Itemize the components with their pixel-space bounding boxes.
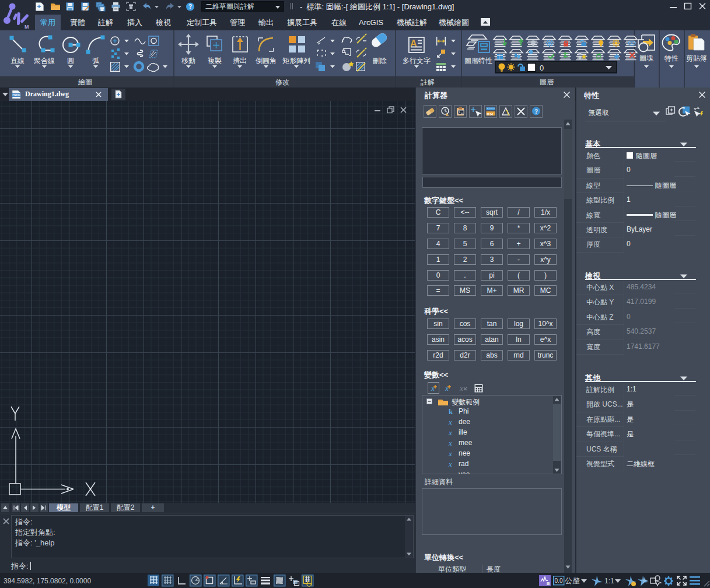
svg-text:1:1: 1:1 [604, 577, 614, 585]
svg-text:M: M [25, 24, 29, 30]
svg-text:圖塊: 圖塊 [639, 54, 653, 62]
svg-text:x: x [445, 384, 449, 393]
svg-text:公釐: 公釐 [565, 576, 580, 585]
svg-text:0.0: 0.0 [555, 578, 563, 584]
svg-text:0: 0 [540, 64, 544, 72]
svg-text:?: ? [188, 4, 192, 10]
svg-text:x: x [431, 384, 435, 393]
svg-text:特性: 特性 [664, 54, 678, 62]
svg-text:剪貼簿: 剪貼簿 [686, 54, 707, 62]
svg-text:x: x [459, 384, 463, 393]
svg-text:DWG: DWG [12, 93, 20, 97]
svg-text:?: ? [534, 108, 538, 115]
